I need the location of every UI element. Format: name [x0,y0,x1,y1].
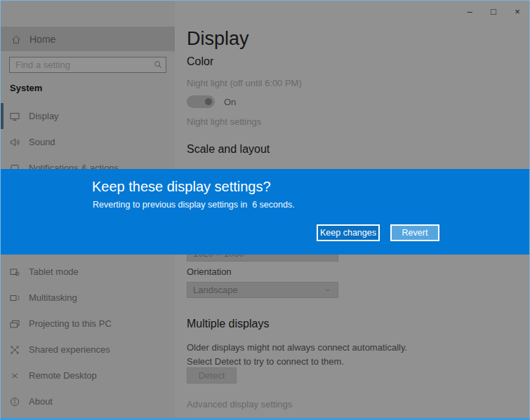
close-button[interactable]: × [505,1,529,22]
sidebar-item-label: Shared experiences [29,344,110,355]
orientation-value: Landscape [193,285,238,295]
sidebar-item-label: Multitasking [29,292,77,303]
search-input[interactable] [9,57,166,73]
shared-experiences-icon [9,344,20,355]
maximize-button[interactable]: □ [482,1,505,22]
home-icon [11,34,22,45]
page-title: Display [187,28,249,50]
projecting-icon [9,318,20,330]
tablet-mode-icon [9,266,20,278]
revert-label: Revert [402,228,428,238]
multiple-displays-description: Older displays might not always connect … [187,341,429,369]
chevron-down-icon [323,285,332,294]
search-box [9,57,166,73]
sidebar-item-tablet-mode[interactable]: Tablet mode [1,259,175,285]
sidebar-item-label: Display [29,111,59,121]
search-icon[interactable] [153,60,163,69]
night-light-toggle[interactable] [187,95,215,108]
orientation-dropdown[interactable]: Landscape [187,282,338,298]
dialog-message: Reverting to previous display settings i… [93,200,295,210]
sidebar-item-remote-desktop[interactable]: Remote Desktop [1,363,175,388]
minimize-button[interactable]: – [458,1,482,22]
detect-button-label: Detect [199,370,225,381]
color-heading: Color [187,55,213,68]
toggle-state-label: On [224,97,236,107]
orientation-label: Orientation [187,266,232,277]
detect-button[interactable]: Detect [187,367,237,384]
sound-icon [9,137,20,148]
sidebar-item-shared-experiences[interactable]: Shared experiences [1,337,175,363]
sidebar-item-display[interactable]: Display [1,103,175,129]
settings-window: ← Settings – □ × Home System [0,0,530,420]
selected-indicator [1,103,4,129]
sidebar-item-label: Tablet mode [29,266,79,277]
keep-changes-label: Keep changes [320,228,376,238]
sidebar-item-label: Sound [29,137,55,147]
dialog-title: Keep these display settings? [92,179,271,195]
home-label: Home [29,34,55,45]
sidebar-item-sound[interactable]: Sound [1,129,175,155]
night-light-label: Night light (off until 6:00 PM) [187,78,302,88]
multitasking-icon [9,292,20,304]
multiple-displays-heading: Multiple displays [187,318,269,330]
scale-layout-heading: Scale and layout [187,143,270,156]
toggle-knob [205,98,212,105]
sidebar-item-label: About [29,396,53,407]
about-icon [9,396,20,407]
window-controls: – □ × [458,1,529,22]
section-header-system: System [10,83,42,93]
sidebar-item-label: Projecting to this PC [29,318,112,329]
sidebar-item-about[interactable]: About [1,388,175,414]
advanced-display-settings-link[interactable]: Advanced display settings [187,399,292,409]
display-icon [9,111,20,122]
keep-display-settings-dialog: Keep these display settings? Reverting t… [1,169,529,255]
sidebar-item-projecting[interactable]: Projecting to this PC [1,311,175,337]
remote-desktop-icon [9,370,20,381]
keep-changes-button[interactable]: Keep changes [317,224,380,241]
revert-button[interactable]: Revert [390,224,439,241]
night-light-settings-link[interactable]: Night light settings [187,116,261,127]
sidebar-item-multitasking[interactable]: Multitasking [1,285,175,311]
sidebar-item-home[interactable]: Home [1,27,175,51]
sidebar-item-label: Remote Desktop [29,370,97,381]
